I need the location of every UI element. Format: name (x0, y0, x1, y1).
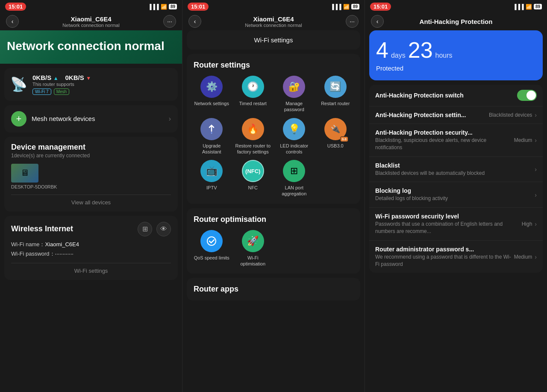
timed-icon: 🕐 (242, 76, 264, 98)
protection-settings-list: Anti-Hacking Protection switch Anti-Hack… (369, 85, 543, 273)
qr-code-button[interactable]: ⊞ (138, 222, 152, 236)
settings-led[interactable]: 💡 LED indicator controls (276, 118, 312, 155)
admin-password-subtitle: We recommend using a password that is di… (375, 253, 514, 268)
qos-label: QoS speed limits (194, 255, 229, 261)
back-button-3[interactable]: ‹ (371, 15, 384, 28)
settings-lan[interactable]: ⊞ LAN port aggregation (276, 160, 312, 197)
nav-subtitle-2: Network connection normal (245, 23, 302, 28)
nav-bar-2: ‹ Xiaomi_C6E4 Network connection normal … (182, 12, 365, 30)
wifi-password-row: Wi-Fi password：············ (11, 250, 171, 258)
iptv-label: IPTV (206, 185, 217, 191)
download-arrow: ▼ (86, 75, 91, 81)
settings-qos[interactable]: QoS speed limits (194, 230, 230, 267)
upgrade-label: Upgrade Assistant (194, 143, 230, 155)
qos-icon (200, 230, 223, 252)
signal-icon-1: ▐▐▐ (148, 4, 159, 10)
blacklist-chevron: › (535, 166, 537, 173)
battery-1: 89 (169, 4, 177, 9)
signal-icon-3: ▐▐▐ (513, 4, 524, 10)
panel-home: 15:01 ▐▐▐ 📶 89 ‹ Xiaomi_C6E4 Network con… (0, 0, 182, 392)
upload-speed: 0KB/S (32, 74, 51, 81)
list-item-admin-password[interactable]: Router administrator password s... We re… (369, 241, 543, 273)
admin-security-level: Medium (514, 254, 532, 260)
admin-chevron: › (535, 253, 537, 260)
password-label: Manage password (276, 100, 312, 113)
router-optimisation-section: Router optimisation QoS speed limits 🚀 W… (187, 208, 360, 274)
settings-usb[interactable]: 🔌 USB3.0 (318, 118, 354, 155)
more-button-1[interactable]: ··· (163, 15, 176, 28)
panel3-scroll: 4 days 23 hours Protected Anti-Hacking P… (365, 30, 547, 392)
panel-router-settings: 15:01 ▐▐▐ 📶 89 ‹ Xiaomi_C6E4 Network con… (182, 0, 365, 392)
settings-password[interactable]: 🔐 Manage password (276, 76, 312, 113)
security-level: Medium (514, 137, 532, 143)
settings-restore[interactable]: 🔥 Restore router to factory settings (235, 118, 271, 155)
back-button-2[interactable]: ‹ (188, 15, 201, 28)
security-subtitle: Blacklisting, suspicious device alerts, … (375, 137, 514, 151)
list-item-wifi-security[interactable]: Wi-Fi password security level Passwords … (369, 208, 543, 241)
download-speed: 0KB/S (65, 74, 84, 81)
admin-password-title: Router administrator password s... (375, 246, 514, 253)
settings-timed[interactable]: 🕐 Timed restart (235, 76, 271, 113)
wifi7-tag: Wi-Fi 7 (32, 88, 51, 95)
led-label: LED indicator controls (276, 143, 312, 155)
router-device-icon: 📡 (10, 76, 27, 92)
blacklisted-label: Blacklisted devices (489, 112, 532, 118)
nav-bar-1: ‹ Xiaomi_C6E4 Network connection normal … (0, 12, 182, 30)
wifi-card-title: Wireless Internet (11, 224, 73, 233)
blocking-log-subtitle: Detailed logs of blocking activity (375, 195, 535, 202)
list-item-settings[interactable]: Anti-Hacking Protection settin... Blackl… (369, 106, 543, 124)
wifi-icon-3: 📶 (526, 4, 532, 10)
nav-title-3: Anti-Hacking Protection (420, 18, 493, 25)
show-password-button[interactable]: 👁 (156, 222, 171, 236)
security-chevron: › (535, 137, 537, 144)
list-item-security[interactable]: Anti-Hacking Protection security... Blac… (369, 124, 543, 157)
back-button-1[interactable]: ‹ (6, 15, 19, 28)
hours-label: hours (435, 52, 453, 59)
settings-title: Anti-Hacking Protection settin... (375, 112, 489, 118)
router-support-label: This router supports (32, 82, 91, 87)
restart-icon: 🔄 (324, 76, 347, 98)
wifi-name-row: Wi-Fi name：Xiaomi_C6E4 (11, 241, 171, 248)
settings-wifi-opt[interactable]: 🚀 Wi-Fi optimisation (235, 230, 271, 267)
blacklist-title: Blacklist (375, 162, 535, 169)
protection-hero: 4 days 23 hours Protected (369, 30, 543, 80)
network-icon: ⚙️ (200, 76, 223, 98)
view-all-devices[interactable]: View all devices (11, 195, 171, 206)
time-display-1: 15:01 (5, 3, 26, 11)
led-icon: 💡 (283, 118, 305, 140)
anti-hacking-toggle[interactable] (517, 90, 537, 101)
iptv-icon: 📺 (200, 160, 223, 182)
wifi-settings-button[interactable]: Wi-Fi settings (11, 263, 171, 274)
list-item-blacklist[interactable]: Blacklist Blacklisted devices will be au… (369, 157, 543, 183)
restart-label: Restart router (321, 100, 350, 106)
wifi-settings-header[interactable]: Wi-Fi settings (187, 30, 360, 50)
days-label: days (391, 52, 406, 59)
list-item-switch[interactable]: Anti-Hacking Protection switch (369, 85, 543, 106)
mesh-card[interactable]: + Mesh network devices › (4, 105, 178, 133)
wifi-security-level: High (522, 221, 532, 227)
list-item-blocking-log[interactable]: Blocking log Detailed logs of blocking a… (369, 182, 543, 208)
upload-arrow: ▲ (53, 75, 59, 81)
settings-network[interactable]: ⚙️ Network settings (194, 76, 230, 113)
restore-icon: 🔥 (242, 118, 264, 140)
settings-restart[interactable]: 🔄 Restart router (318, 76, 354, 113)
optimisation-grid: QoS speed limits 🚀 Wi-Fi optimisation (194, 230, 353, 267)
wifi-security-subtitle: Passwords that use a combination of Engl… (375, 221, 522, 235)
hero-heading: Network connection normal (7, 39, 175, 53)
router-settings-grid: ⚙️ Network settings 🕐 Timed restart 🔐 Ma… (194, 76, 353, 197)
wifi-icon-2: 📶 (343, 4, 350, 10)
settings-upgrade[interactable]: Upgrade Assistant (194, 118, 230, 155)
password-icon: 🔐 (283, 76, 305, 98)
timed-label: Timed restart (239, 100, 267, 106)
nfc-icon: (NFC) (242, 160, 264, 182)
settings-iptv[interactable]: 📺 IPTV (194, 160, 230, 197)
wifi-security-title: Wi-Fi password security level (375, 213, 522, 220)
battery-3: 89 (534, 4, 542, 9)
battery-2: 89 (351, 4, 359, 9)
device-management: Device management 1device(s) are current… (4, 137, 178, 212)
more-button-2[interactable]: ··· (346, 15, 359, 28)
settings-nfc[interactable]: (NFC) NFC (235, 160, 271, 197)
blocking-log-chevron: › (535, 192, 537, 198)
lan-label: LAN port aggregation (276, 185, 312, 197)
wifi-opt-icon: 🚀 (242, 230, 264, 252)
